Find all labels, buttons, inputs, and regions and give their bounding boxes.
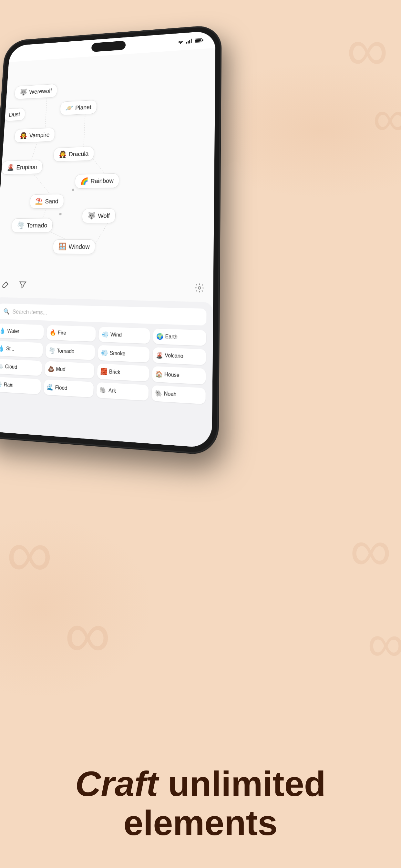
element-tag-rainbow[interactable]: 🌈 Rainbow (74, 174, 120, 189)
svg-point-17 (59, 213, 62, 215)
search-bar[interactable]: 🔍 Search items... (0, 304, 207, 326)
house-emoji: 🏠 (155, 370, 163, 378)
svg-rect-1 (188, 41, 189, 43)
mud-emoji: 💩 (48, 365, 54, 373)
dracula-emoji: 🧛 (59, 151, 67, 158)
element-tag-dust[interactable]: Dust (4, 108, 26, 121)
mud-label: Mud (56, 366, 66, 373)
brick-label: Brick (109, 369, 120, 375)
svg-point-19 (198, 287, 201, 289)
camera-dot (106, 42, 111, 47)
item-volcano[interactable]: 🌋 Volcano (152, 347, 206, 365)
cloud-emoji: ☁️ (0, 363, 4, 370)
planet-emoji: 🪐 (65, 104, 73, 112)
toolbar (0, 278, 29, 292)
brick-emoji: 🧱 (100, 368, 107, 376)
element-tag-tornado[interactable]: 🌪️ Tornado (11, 218, 53, 232)
tornado-chip-emoji: 🌪️ (49, 347, 55, 354)
tagline-line1: Craft unlimited (0, 764, 401, 803)
window-label: Window (68, 243, 90, 250)
tagline-unlimited: unlimited (158, 764, 326, 803)
brush-button[interactable] (0, 278, 12, 291)
item-water[interactable]: 💧 Water (0, 323, 44, 339)
sand-label: Sand (45, 197, 58, 205)
item-fire[interactable]: 🔥 Fire (46, 325, 96, 342)
item-house[interactable]: 🏠 House (152, 366, 206, 384)
item-smoke[interactable]: 💨 Smoke (98, 345, 150, 363)
items-grid: 💧 Water 🔥 Fire 💨 Wind 🌍 (0, 323, 206, 404)
steam-emoji: 💧 (0, 345, 4, 352)
tagline-craft: Craft (75, 764, 158, 803)
canvas-area[interactable]: 🐺 Werewolf Dust 🪐 Planet 🧛 Vampire 🧛 Dra (0, 48, 215, 448)
tornado-chip-label: Tornado (57, 348, 74, 354)
element-tag-eruption[interactable]: 🌋 Eruption (1, 160, 43, 175)
steam-label: St... (6, 346, 14, 352)
svg-rect-2 (189, 40, 190, 43)
element-tag-vampire[interactable]: 🧛 Vampire (14, 128, 55, 143)
battery-icon (195, 38, 204, 42)
vampire-emoji: 🧛 (20, 132, 27, 140)
tornado-label: Tornado (27, 222, 48, 229)
filter-button[interactable] (16, 278, 29, 292)
cloud-label: Cloud (5, 364, 18, 370)
volcano-label: Volcano (165, 352, 183, 359)
phone-screen: 🐺 Werewolf Dust 🪐 Planet 🧛 Vampire 🧛 Dra (0, 31, 216, 448)
tagline-line2: elements (0, 803, 401, 842)
item-flood[interactable]: 🌊 Flood (43, 379, 94, 398)
dust-label: Dust (9, 111, 20, 118)
svg-rect-3 (191, 39, 192, 43)
water-label: Water (7, 328, 19, 334)
item-cloud[interactable]: ☁️ Cloud (0, 359, 42, 376)
werewolf-label: Werewolf (29, 88, 52, 95)
wifi-icon (177, 39, 184, 44)
earth-emoji: 🌍 (156, 333, 163, 340)
element-tag-window[interactable]: 🪟 Window (53, 239, 96, 254)
item-wind[interactable]: 💨 Wind (98, 327, 150, 344)
svg-rect-5 (203, 39, 204, 41)
smoke-label: Smoke (110, 350, 126, 357)
noah-label: Noah (164, 391, 177, 398)
wolf-emoji: 🐺 (88, 212, 96, 220)
item-brick[interactable]: 🧱 Brick (97, 364, 149, 382)
rain-label: Rain (4, 382, 13, 388)
werewolf-emoji: 🐺 (20, 89, 27, 96)
settings-button[interactable] (192, 281, 207, 296)
rain-emoji: 🌧️ (0, 381, 2, 388)
element-tag-sand[interactable]: ⛱️ Sand (29, 194, 64, 209)
bottom-tagline: Craft unlimited elements (0, 764, 401, 842)
svg-rect-6 (195, 39, 201, 42)
sand-emoji: ⛱️ (35, 197, 43, 206)
item-ark[interactable]: 🐘 Ark (96, 382, 149, 401)
flood-label: Flood (55, 384, 67, 392)
fire-label: Fire (58, 330, 66, 336)
element-tag-wolf[interactable]: 🐺 Wolf (82, 208, 116, 223)
vampire-label: Vampire (29, 131, 50, 139)
ark-label: Ark (108, 388, 116, 394)
eruption-emoji: 🌋 (6, 164, 14, 172)
item-earth[interactable]: 🌍 Earth (153, 329, 206, 346)
wind-emoji: 💨 (102, 331, 109, 338)
svg-point-16 (72, 189, 74, 191)
status-left (20, 52, 41, 53)
eruption-label: Eruption (16, 163, 37, 170)
element-tag-planet[interactable]: 🪐 Planet (60, 100, 97, 115)
tornado-emoji: 🌪️ (17, 221, 25, 229)
phone-body: 🐺 Werewolf Dust 🪐 Planet 🧛 Vampire 🧛 Dra (0, 25, 221, 455)
rainbow-label: Rainbow (90, 177, 114, 185)
item-tornado[interactable]: 🌪️ Tornado (45, 343, 95, 360)
element-tag-werewolf[interactable]: 🐺 Werewolf (14, 84, 58, 99)
search-placeholder: Search items... (12, 308, 48, 316)
water-emoji: 💧 (0, 327, 6, 334)
item-noah[interactable]: 🐘 Noah (151, 385, 206, 404)
item-mud[interactable]: 💩 Mud (44, 361, 95, 379)
item-steam[interactable]: 💧 St... (0, 341, 43, 358)
window-emoji: 🪟 (58, 243, 66, 251)
search-icon: 🔍 (3, 308, 10, 315)
dracula-label: Dracula (69, 150, 89, 158)
wind-label: Wind (111, 332, 122, 338)
phone-mockup: 🐺 Werewolf Dust 🪐 Planet 🧛 Vampire 🧛 Dra (0, 10, 401, 500)
element-tag-dracula[interactable]: 🧛 Dracula (53, 146, 95, 162)
house-label: House (164, 371, 180, 378)
item-rain[interactable]: 🌧️ Rain (0, 376, 41, 394)
bottom-panel: 🔍 Search items... 💧 Water 🔥 Fire (0, 297, 213, 448)
